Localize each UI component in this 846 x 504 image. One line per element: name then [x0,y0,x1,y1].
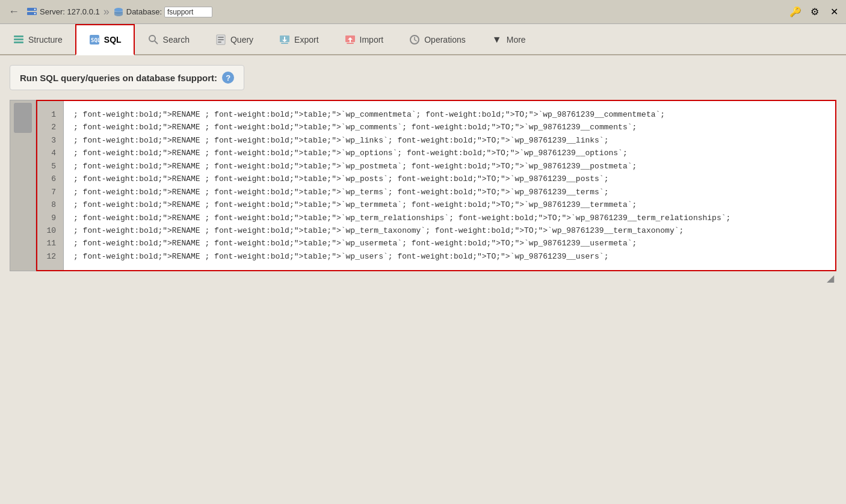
tab-search-label: Search [163,35,190,45]
top-bar-actions: 🔑 ⚙ ✕ [788,5,841,19]
svg-rect-23 [347,43,354,44]
tab-more-label: More [507,35,526,45]
code-line: ; font-weight:bold;">RENAME ; font-weigh… [73,250,826,263]
tab-query[interactable]: Query [202,24,266,54]
sql-header-text: Run SQL query/queries on database fsuppo… [20,73,217,83]
svg-point-10 [149,35,155,41]
code-line: ; font-weight:bold;">RENAME ; font-weigh… [73,212,826,224]
tab-export[interactable]: Export [266,24,331,54]
help-icon[interactable]: ? [222,72,234,84]
svg-rect-14 [218,39,224,40]
line-number: 12 [46,250,60,263]
code-line: ; font-weight:bold;">RENAME ; font-weigh… [73,121,826,134]
db-name-input[interactable] [164,7,212,17]
breadcrumb-separator: » [103,5,110,18]
line-number: 1 [51,108,60,121]
code-line: ; font-weight:bold;">RENAME ; font-weigh… [73,224,826,237]
svg-rect-19 [281,43,288,44]
more-chevron-icon: ▼ [491,34,503,46]
svg-rect-15 [218,41,221,43]
line-numbers: 123456789101112 [37,101,64,270]
svg-rect-13 [218,37,224,38]
svg-rect-7 [14,41,23,43]
line-number: 7 [51,186,60,198]
db-label: Database: [126,7,162,16]
sql-editor-container: 123456789101112 ; font-weight:bold;">REN… [36,100,836,271]
top-bar: ← Server: 127.0.0.1 » Database: 🔑 ⚙ ✕ [0,0,846,24]
gear-button[interactable]: ⚙ [807,5,822,19]
svg-line-11 [155,41,158,44]
line-number: 8 [51,198,60,211]
tab-more[interactable]: ▼ More [478,24,539,54]
resize-handle[interactable]: ◢ [10,271,836,285]
tab-export-label: Export [294,35,318,45]
database-icon [113,7,124,17]
structure-icon [13,34,25,46]
close-button[interactable]: ✕ [827,5,841,19]
line-number: 6 [51,173,60,185]
line-number: 4 [51,147,60,159]
key-button[interactable]: 🔑 [788,5,803,19]
tab-operations-label: Operations [424,35,465,45]
tab-import-label: Import [360,35,384,45]
content-area: Run SQL query/queries on database fsuppo… [0,55,846,504]
tab-structure-label: Structure [28,35,63,45]
code-line: ; font-weight:bold;">RENAME ; font-weigh… [73,134,826,147]
scroll-thumb[interactable] [14,103,32,133]
search-icon [147,34,159,46]
line-number: 9 [51,212,60,224]
line-number: 3 [51,134,60,147]
operations-icon [409,34,421,46]
tab-sql-label: SQL [104,35,122,45]
query-icon [215,34,227,46]
sql-query-header: Run SQL query/queries on database fsuppo… [10,65,244,90]
code-line: ; font-weight:bold;">RENAME ; font-weigh… [73,160,826,173]
svg-rect-5 [14,35,23,37]
svg-rect-6 [14,38,23,40]
tab-import[interactable]: Import [332,24,397,54]
tab-sql[interactable]: SQL SQL [75,24,135,55]
back-button[interactable]: ← [5,4,23,19]
code-line: ; font-weight:bold;">RENAME ; font-weigh… [73,198,826,211]
server-info: Server: 127.0.0.1 [26,7,100,17]
code-line: ; font-weight:bold;">RENAME ; font-weigh… [73,237,826,250]
svg-point-2 [34,8,36,10]
line-number: 2 [51,121,60,134]
code-line: ; font-weight:bold;">RENAME ; font-weigh… [73,147,826,159]
sql-code-display[interactable]: ; font-weight:bold;">RENAME ; font-weigh… [64,101,835,270]
line-number: 5 [51,160,60,173]
code-line: ; font-weight:bold;">RENAME ; font-weigh… [73,186,826,198]
svg-point-3 [34,13,36,14]
server-label: Server: 127.0.0.1 [40,7,100,16]
tab-query-label: Query [230,35,253,45]
svg-text:SQL: SQL [91,37,100,43]
database-info: Database: [113,7,212,17]
import-icon [344,34,356,46]
code-line: ; font-weight:bold;">RENAME ; font-weigh… [73,108,826,121]
left-scroll-area [10,100,36,271]
tab-bar: Structure SQL SQL Search Qu [0,24,846,55]
server-icon [26,7,37,17]
tab-operations[interactable]: Operations [396,24,478,54]
tab-search[interactable]: Search [135,24,202,54]
line-number: 11 [46,237,60,250]
line-number: 10 [46,224,60,237]
export-icon [279,34,291,46]
sql-icon: SQL [88,34,100,46]
editor-area: 123456789101112 ; font-weight:bold;">REN… [10,100,836,271]
code-line: ; font-weight:bold;">RENAME ; font-weigh… [73,173,826,185]
tab-structure[interactable]: Structure [0,24,75,54]
